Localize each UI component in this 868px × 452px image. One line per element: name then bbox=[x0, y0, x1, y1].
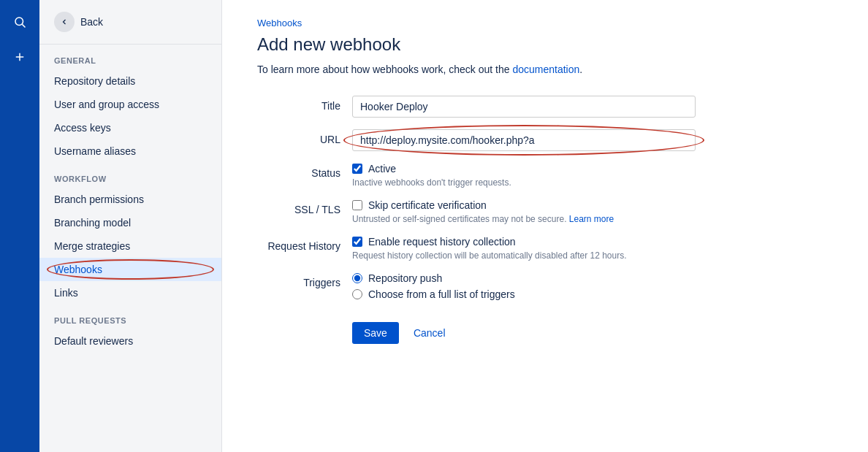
description-text-after: . bbox=[579, 64, 582, 75]
description-text-before: To learn more about how webhooks work, c… bbox=[257, 64, 512, 75]
sidebar-section-label-1: Workflow bbox=[39, 163, 221, 188]
title-input[interactable] bbox=[352, 96, 696, 118]
add-icon[interactable] bbox=[9, 47, 30, 67]
status-checkbox-label[interactable]: Active bbox=[368, 163, 396, 175]
triggers-label: Triggers bbox=[257, 272, 352, 288]
status-row: Status Active Inactive webhooks don't tr… bbox=[257, 163, 696, 188]
icon-bar bbox=[0, 0, 39, 452]
cancel-button[interactable]: Cancel bbox=[408, 322, 452, 344]
sidebar-item-branch-permissions[interactable]: Branch permissions bbox=[39, 188, 221, 211]
webhook-form: Title URL Status Active I bbox=[257, 96, 696, 344]
trigger-option2-label[interactable]: Choose from a full list of triggers bbox=[368, 288, 515, 300]
trigger-full-list-radio[interactable] bbox=[352, 289, 362, 299]
ssl-checkbox[interactable] bbox=[352, 200, 362, 210]
sidebar-section-label-2: Pull Requests bbox=[39, 304, 221, 329]
request-history-hint: Request history collection will be autom… bbox=[352, 250, 696, 261]
ssl-learn-more-link[interactable]: Learn more bbox=[569, 214, 614, 224]
back-button[interactable]: Back bbox=[39, 0, 221, 45]
request-history-checkbox[interactable] bbox=[352, 237, 362, 247]
sidebar-item-webhooks[interactable]: Webhooks bbox=[39, 258, 221, 281]
buttons-field: Save Cancel bbox=[352, 316, 696, 344]
ssl-field: Skip certificate verification Untrusted … bbox=[352, 199, 696, 224]
ssl-checkbox-row: Skip certificate verification bbox=[352, 199, 696, 211]
form-buttons: Save Cancel bbox=[352, 322, 696, 344]
sidebar-item-branching-model[interactable]: Branching model bbox=[39, 211, 221, 234]
sidebar-item-user-group-access[interactable]: User and group access bbox=[39, 93, 221, 116]
status-checkbox[interactable] bbox=[352, 164, 362, 174]
request-history-label: Request History bbox=[257, 236, 352, 252]
triggers-row: Triggers Repository push Choose from a f… bbox=[257, 272, 696, 304]
sidebar-section-label-0: General bbox=[39, 45, 221, 69]
ssl-row: SSL / TLS Skip certificate verification … bbox=[257, 199, 696, 224]
page-description: To learn more about how webhooks work, c… bbox=[257, 64, 833, 75]
url-input[interactable] bbox=[352, 129, 696, 151]
back-label: Back bbox=[80, 16, 103, 28]
sidebar-sections: GeneralRepository detailsUser and group … bbox=[39, 45, 221, 353]
trigger-option1-label[interactable]: Repository push bbox=[368, 272, 442, 284]
search-icon[interactable] bbox=[9, 12, 30, 32]
request-history-checkbox-row: Enable request history collection bbox=[352, 236, 696, 248]
sidebar-item-access-keys[interactable]: Access keys bbox=[39, 116, 221, 139]
url-row: URL bbox=[257, 129, 696, 151]
sidebar-item-username-aliases[interactable]: Username aliases bbox=[39, 139, 221, 163]
trigger-option1-row: Repository push bbox=[352, 272, 696, 284]
buttons-row: Save Cancel bbox=[257, 316, 696, 344]
breadcrumb[interactable]: Webhooks bbox=[257, 18, 833, 28]
status-checkbox-row: Active bbox=[352, 163, 696, 175]
status-label: Status bbox=[257, 163, 352, 179]
ssl-hint-before: Untrusted or self-signed certificates ma… bbox=[352, 214, 569, 224]
svg-point-0 bbox=[15, 18, 23, 26]
url-field bbox=[352, 129, 696, 151]
ssl-checkbox-label[interactable]: Skip certificate verification bbox=[368, 199, 487, 211]
ssl-hint: Untrusted or self-signed certificates ma… bbox=[352, 214, 696, 224]
back-circle-icon bbox=[54, 12, 75, 32]
sidebar-item-webhooks-wrapper: Webhooks bbox=[39, 258, 221, 281]
buttons-spacer bbox=[257, 316, 352, 321]
trigger-repo-push-radio[interactable] bbox=[352, 273, 362, 283]
request-history-checkbox-label[interactable]: Enable request history collection bbox=[368, 236, 516, 248]
save-button[interactable]: Save bbox=[352, 322, 399, 344]
main-content: Webhooks Add new webhook To learn more a… bbox=[222, 0, 868, 452]
sidebar-item-links[interactable]: Links bbox=[39, 281, 221, 304]
title-row: Title bbox=[257, 96, 696, 118]
title-label: Title bbox=[257, 96, 352, 112]
title-field bbox=[352, 96, 696, 118]
request-history-row: Request History Enable request history c… bbox=[257, 236, 696, 261]
status-hint: Inactive webhooks don't trigger requests… bbox=[352, 177, 696, 188]
sidebar-item-default-reviewers[interactable]: Default reviewers bbox=[39, 329, 221, 353]
url-label: URL bbox=[257, 129, 352, 145]
trigger-option2-row: Choose from a full list of triggers bbox=[352, 288, 696, 300]
ssl-label: SSL / TLS bbox=[257, 199, 352, 215]
svg-line-1 bbox=[22, 24, 25, 27]
documentation-link[interactable]: documentation bbox=[512, 64, 579, 75]
triggers-field: Repository push Choose from a full list … bbox=[352, 272, 696, 304]
sidebar-item-merge-strategies[interactable]: Merge strategies bbox=[39, 234, 221, 258]
url-wrapper bbox=[352, 129, 696, 151]
sidebar-item-repository-details[interactable]: Repository details bbox=[39, 69, 221, 93]
sidebar: Back GeneralRepository detailsUser and g… bbox=[39, 0, 222, 452]
page-title: Add new webhook bbox=[257, 34, 833, 55]
status-field: Active Inactive webhooks don't trigger r… bbox=[352, 163, 696, 188]
request-history-field: Enable request history collection Reques… bbox=[352, 236, 696, 261]
